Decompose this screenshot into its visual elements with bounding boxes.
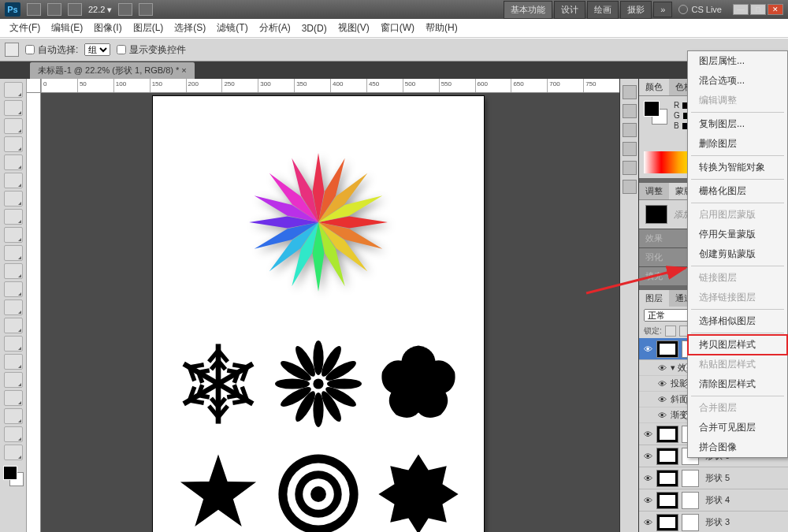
menu-select[interactable]: 选择(S) bbox=[169, 19, 210, 37]
svg-point-33 bbox=[327, 378, 362, 389]
move-tool-icon[interactable] bbox=[5, 43, 19, 57]
menu-filter[interactable]: 滤镜(T) bbox=[212, 19, 252, 37]
crop-tool[interactable] bbox=[4, 154, 23, 170]
adjustments-tab[interactable]: 调整 bbox=[639, 183, 669, 199]
visibility-icon[interactable]: 👁 bbox=[639, 430, 656, 439]
window-close[interactable]: ✕ bbox=[768, 4, 783, 15]
document-tab[interactable]: 未标题-1 @ 22.2% (形状 1, RGB/8) * × bbox=[30, 62, 195, 79]
menu-analysis[interactable]: 分析(A) bbox=[255, 19, 296, 37]
auto-select-checkbox[interactable]: 自动选择: bbox=[25, 43, 78, 57]
zoom-tool[interactable] bbox=[4, 445, 23, 460]
view-icon[interactable] bbox=[118, 3, 132, 16]
workspace-tab-basic[interactable]: 基本功能 bbox=[504, 1, 552, 19]
layer-thumb bbox=[656, 514, 678, 531]
wand-tool[interactable] bbox=[4, 136, 23, 152]
workspace-tab-photo[interactable]: 摄影 bbox=[620, 1, 652, 19]
visibility-icon[interactable]: 👁 bbox=[639, 496, 656, 505]
visibility-icon[interactable]: 👁 bbox=[639, 344, 656, 354]
character-panel-icon[interactable] bbox=[623, 123, 637, 137]
color-tab[interactable]: 颜色 bbox=[639, 79, 669, 95]
stamp-tool[interactable] bbox=[4, 227, 23, 243]
menu-file[interactable]: 文件(F) bbox=[5, 19, 45, 37]
context-menu-item[interactable]: 转换为智能对象 bbox=[688, 158, 787, 177]
menu-layer[interactable]: 图层(L) bbox=[128, 19, 169, 37]
menu-view[interactable]: 视图(V) bbox=[333, 19, 374, 37]
zoom-level[interactable]: 22.2 ▾ bbox=[88, 5, 112, 15]
show-transform-checkbox[interactable]: 显示变换控件 bbox=[117, 43, 186, 57]
context-menu-item[interactable]: 停用矢量蒙版 bbox=[688, 225, 787, 244]
context-menu-item[interactable]: 栅格化图层 bbox=[688, 181, 787, 201]
eraser-tool[interactable] bbox=[4, 263, 23, 279]
screen-mode-icon[interactable] bbox=[139, 3, 153, 16]
menu-separator bbox=[691, 333, 784, 333]
panel-icon-strip bbox=[619, 79, 638, 532]
pen-tool[interactable] bbox=[4, 336, 23, 352]
layer-row[interactable]: 👁形状 3 bbox=[639, 512, 788, 532]
ruler-horizontal: 0501001502002503003504004505005506006507… bbox=[41, 79, 619, 93]
menu-help[interactable]: 帮助(H) bbox=[421, 19, 463, 37]
minibridge-icon[interactable] bbox=[47, 3, 61, 16]
history-brush-tool[interactable] bbox=[4, 245, 23, 261]
workspace-tab-paint[interactable]: 绘画 bbox=[587, 1, 619, 19]
menu-edit[interactable]: 编辑(E) bbox=[46, 19, 87, 37]
workspace-tab-design[interactable]: 设计 bbox=[554, 1, 585, 19]
shape-8star bbox=[375, 451, 462, 532]
dodge-tool[interactable] bbox=[4, 318, 23, 333]
workspace-more[interactable]: » bbox=[653, 2, 672, 17]
shape-tool[interactable] bbox=[4, 390, 23, 406]
window-maximize[interactable]: □ bbox=[750, 4, 766, 15]
context-menu-item[interactable]: 创建剪贴蒙版 bbox=[688, 244, 787, 264]
type-tool[interactable] bbox=[4, 354, 23, 370]
layer-thumb bbox=[656, 426, 678, 443]
context-menu-item[interactable]: 删除图层 bbox=[688, 134, 787, 154]
layers-tab[interactable]: 图层 bbox=[639, 290, 669, 307]
cslive-button[interactable]: CS Live bbox=[674, 5, 727, 14]
actions-panel-icon[interactable] bbox=[623, 104, 637, 118]
auto-select-dropdown[interactable]: 组 bbox=[84, 43, 110, 56]
eyedropper-tool[interactable] bbox=[4, 173, 23, 188]
ps-logo: Ps bbox=[5, 2, 20, 17]
context-menu-item[interactable]: 图层属性... bbox=[688, 51, 787, 71]
window-minimize[interactable]: — bbox=[733, 4, 749, 15]
menu-3d[interactable]: 3D(D) bbox=[297, 20, 332, 36]
lasso-tool[interactable] bbox=[4, 118, 23, 134]
visibility-icon[interactable]: 👁 bbox=[639, 518, 656, 527]
context-menu-item[interactable]: 选择相似图层 bbox=[688, 311, 787, 331]
context-menu-item[interactable]: 拼合图像 bbox=[688, 437, 787, 457]
brush-tool[interactable] bbox=[4, 209, 23, 225]
move-tool[interactable] bbox=[4, 82, 23, 98]
paragraph-panel-icon[interactable] bbox=[623, 142, 637, 156]
context-menu-item[interactable]: 拷贝图层样式 bbox=[688, 335, 787, 355]
layer-name: 形状 3 bbox=[704, 516, 788, 528]
document-canvas[interactable] bbox=[153, 96, 484, 532]
marquee-tool[interactable] bbox=[4, 100, 23, 116]
hand-tool[interactable] bbox=[4, 426, 23, 442]
gradient-tool[interactable] bbox=[4, 281, 23, 297]
visibility-icon[interactable]: 👁 bbox=[639, 474, 656, 483]
view-extras-icon[interactable] bbox=[68, 3, 82, 16]
clone-panel-icon[interactable] bbox=[623, 180, 637, 194]
layer-row[interactable]: 👁形状 4 bbox=[639, 489, 788, 512]
shape-clover bbox=[375, 340, 462, 427]
path-select-tool[interactable] bbox=[4, 372, 23, 388]
brush-panel-icon[interactable] bbox=[623, 161, 637, 175]
menu-window[interactable]: 窗口(W) bbox=[376, 19, 419, 37]
layer-context-menu: 图层属性...混合选项...编辑调整复制图层...删除图层转换为智能对象栅格化图… bbox=[687, 50, 788, 458]
healing-tool[interactable] bbox=[4, 191, 23, 206]
svg-marker-43 bbox=[180, 454, 256, 526]
visibility-icon[interactable]: 👁 bbox=[639, 452, 656, 461]
context-menu-item[interactable]: 复制图层... bbox=[688, 114, 787, 134]
lock-transparent-icon[interactable] bbox=[665, 326, 676, 337]
color-swatch[interactable] bbox=[3, 466, 24, 486]
context-menu-item[interactable]: 清除图层样式 bbox=[688, 374, 787, 394]
3d-tool[interactable] bbox=[4, 408, 23, 424]
layer-row[interactable]: 👁形状 5 bbox=[639, 467, 788, 489]
blur-tool[interactable] bbox=[4, 299, 23, 315]
bridge-icon[interactable] bbox=[27, 3, 41, 16]
context-menu-item[interactable]: 混合选项... bbox=[688, 71, 787, 91]
history-panel-icon[interactable] bbox=[623, 85, 637, 99]
context-menu-item: 链接图层 bbox=[688, 268, 787, 288]
context-menu-item[interactable]: 合并可见图层 bbox=[688, 418, 787, 437]
document-tab-bar: 未标题-1 @ 22.2% (形状 1, RGB/8) * × bbox=[0, 61, 788, 79]
menu-image[interactable]: 图像(I) bbox=[89, 19, 126, 37]
